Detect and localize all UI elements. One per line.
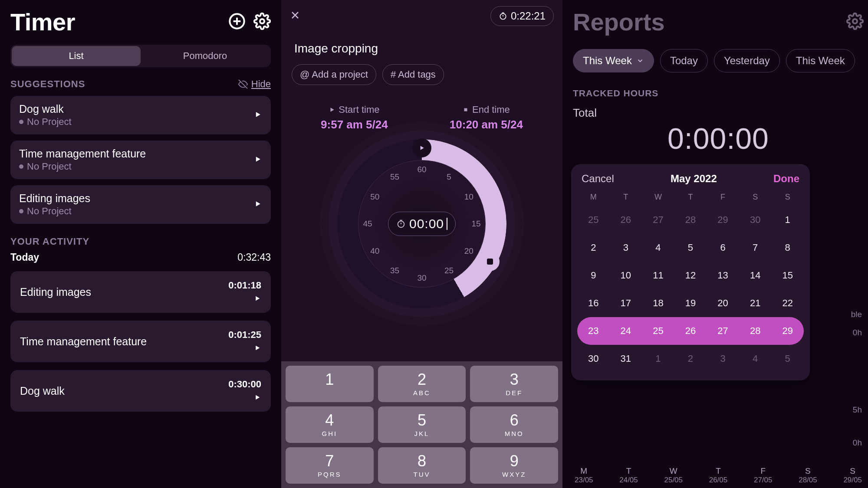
calendar-day[interactable]: 16 <box>577 289 610 317</box>
elapsed-time-badge[interactable]: 0:22:21 <box>490 6 554 26</box>
calendar-day[interactable]: 17 <box>610 289 642 317</box>
suggestion-project: No Project <box>19 161 146 172</box>
calendar-day[interactable]: 5 <box>674 234 707 262</box>
calendar-day[interactable]: 9 <box>577 262 610 289</box>
calendar-day[interactable]: 3 <box>707 345 739 373</box>
keypad-key-8[interactable]: 8TUV <box>378 447 466 484</box>
dial-tick-label: 10 <box>464 192 473 202</box>
activity-item[interactable]: Time management feature 0:01:25 <box>10 321 271 362</box>
calendar-day[interactable]: 8 <box>771 234 804 262</box>
filter-option[interactable]: This Week <box>786 49 855 72</box>
calendar-day[interactable]: 26 <box>610 206 642 234</box>
chevron-down-icon <box>636 57 644 65</box>
calendar-day[interactable]: 26 <box>674 317 707 345</box>
add-project-chip[interactable]: @ Add a project <box>292 64 376 85</box>
calendar-day[interactable]: 15 <box>771 262 804 289</box>
filter-active[interactable]: This Week <box>573 49 654 72</box>
calendar-day[interactable]: 18 <box>642 289 674 317</box>
calendar-day[interactable]: 30 <box>739 206 772 234</box>
end-time-value[interactable]: 10:20 am 5/24 <box>450 118 523 131</box>
calendar-day[interactable]: 14 <box>739 262 772 289</box>
calendar-day[interactable]: 25 <box>577 206 610 234</box>
add-button[interactable] <box>228 13 246 32</box>
activity-duration: 0:01:18 <box>228 280 261 291</box>
calendar-day[interactable]: 29 <box>707 206 739 234</box>
add-tags-chip[interactable]: # Add tags <box>382 64 444 85</box>
dial-start-handle[interactable] <box>412 138 431 157</box>
duration-input[interactable]: 00:00 <box>388 212 456 236</box>
calendar-day[interactable]: 7 <box>739 234 772 262</box>
eye-off-icon <box>238 79 248 89</box>
calendar-day[interactable]: 13 <box>707 262 739 289</box>
keypad-key-7[interactable]: 7PQRS <box>286 447 374 484</box>
dial-end-handle[interactable] <box>480 252 500 271</box>
calendar-day[interactable]: 11 <box>642 262 674 289</box>
reports-settings-button[interactable] <box>846 13 864 32</box>
calendar-day[interactable]: 22 <box>771 289 804 317</box>
dial-tick-label: 55 <box>390 172 399 182</box>
calendar-day[interactable]: 31 <box>610 345 642 373</box>
time-dial[interactable]: 60510152025303540455055 00:00 <box>337 139 506 308</box>
activity-duration: 0:01:25 <box>228 329 261 341</box>
calendar-month-title: May 2022 <box>671 173 717 185</box>
date-picker-popover: Cancel May 2022 Done MTWTFSS 25262728293… <box>571 164 810 380</box>
end-time-label: End time <box>450 104 523 115</box>
keypad-key-1[interactable]: 1 <box>286 366 374 402</box>
activity-item[interactable]: Editing images 0:01:18 <box>10 271 271 313</box>
calendar-day[interactable]: 29 <box>771 317 804 345</box>
calendar-day[interactable]: 12 <box>674 262 707 289</box>
calendar-day[interactable]: 6 <box>707 234 739 262</box>
svg-marker-20 <box>421 146 424 150</box>
close-icon <box>290 10 300 20</box>
calendar-day[interactable]: 2 <box>674 345 707 373</box>
task-name-input[interactable]: Image cropping <box>294 42 554 56</box>
suggestion-project: No Project <box>19 116 72 128</box>
calendar-day[interactable]: 2 <box>577 234 610 262</box>
calendar-day[interactable]: 30 <box>577 345 610 373</box>
calendar-cancel-button[interactable]: Cancel <box>582 173 614 185</box>
hide-suggestions-button[interactable]: Hide <box>238 79 271 90</box>
keypad-key-4[interactable]: 4GHI <box>286 406 374 443</box>
calendar-day[interactable]: 24 <box>610 317 642 345</box>
keypad-key-2[interactable]: 2ABC <box>378 366 466 402</box>
total-value: 0:00:00 <box>573 121 864 155</box>
calendar-day[interactable]: 23 <box>577 317 610 345</box>
keypad-key-3[interactable]: 3DEF <box>470 366 558 402</box>
calendar-day[interactable]: 27 <box>707 317 739 345</box>
activity-name: Dog walk <box>20 385 65 397</box>
keypad-key-5[interactable]: 5JKL <box>378 406 466 443</box>
filter-option[interactable]: Yesterday <box>714 49 780 72</box>
svg-marker-7 <box>256 296 260 301</box>
dial-tick-label: 5 <box>447 172 451 182</box>
calendar-day[interactable]: 1 <box>771 206 804 234</box>
calendar-day[interactable]: 19 <box>674 289 707 317</box>
calendar-done-button[interactable]: Done <box>773 173 799 185</box>
calendar-day[interactable]: 28 <box>674 206 707 234</box>
calendar-day[interactable]: 21 <box>739 289 772 317</box>
calendar-day[interactable]: 3 <box>610 234 642 262</box>
calendar-day[interactable]: 4 <box>642 234 674 262</box>
calendar-day[interactable]: 25 <box>642 317 674 345</box>
calendar-day[interactable]: 1 <box>642 345 674 373</box>
segment-list[interactable]: List <box>12 46 141 66</box>
calendar-day[interactable]: 28 <box>739 317 772 345</box>
calendar-day[interactable]: 27 <box>642 206 674 234</box>
start-time-value[interactable]: 9:57 am 5/24 <box>321 118 388 131</box>
axis-day: T24/05 <box>619 466 638 485</box>
timer-title: Timer <box>10 8 75 36</box>
segment-pomodoro[interactable]: Pomodoro <box>141 46 270 66</box>
suggestion-item[interactable]: Time management feature No Project <box>10 141 271 179</box>
calendar-day[interactable]: 20 <box>707 289 739 317</box>
calendar-day[interactable]: 4 <box>739 345 772 373</box>
suggestion-item[interactable]: Editing images No Project <box>10 185 271 224</box>
keypad-key-9[interactable]: 9WXYZ <box>470 447 558 484</box>
axis-day: F27/05 <box>754 466 773 485</box>
filter-option[interactable]: Today <box>660 49 708 72</box>
suggestion-item[interactable]: Dog walk No Project <box>10 96 271 134</box>
calendar-day[interactable]: 10 <box>610 262 642 289</box>
activity-item[interactable]: Dog walk 0:30:00 <box>10 370 271 412</box>
keypad-key-6[interactable]: 6MNO <box>470 406 558 443</box>
settings-button[interactable] <box>253 13 271 32</box>
close-button[interactable] <box>290 10 300 22</box>
calendar-day[interactable]: 5 <box>771 345 804 373</box>
